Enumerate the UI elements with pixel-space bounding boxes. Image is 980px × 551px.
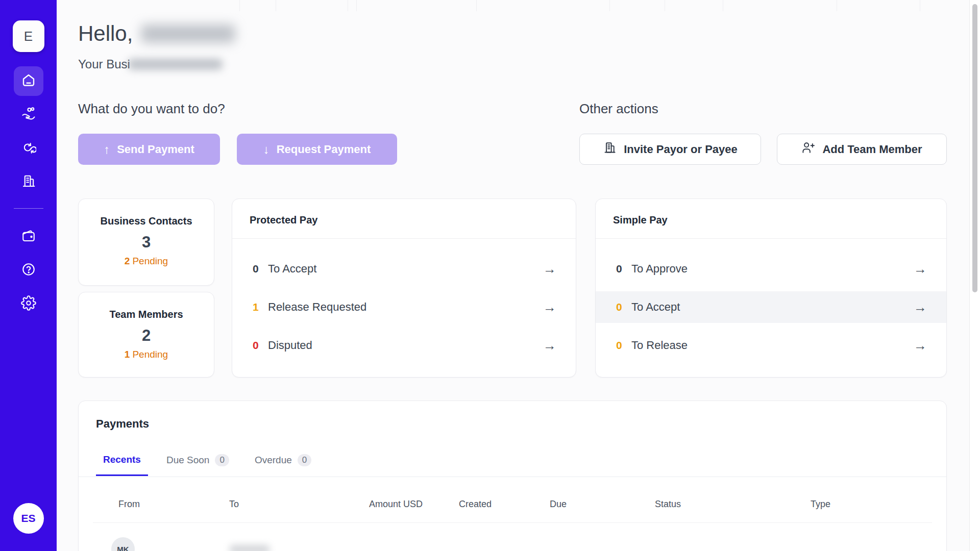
user-avatar[interactable]: ES [13,503,44,534]
sidebar-item-home[interactable] [14,66,43,96]
business-subtitle-text: Your Busi [78,57,130,71]
row-label: To Accept [631,300,680,314]
payments-tabbar: Recents Due Soon 0 Overdue 0 [79,452,946,477]
wallet-icon [21,228,36,245]
arrow-right-icon: → [543,261,556,277]
sidebar-item-settings[interactable] [14,289,43,319]
row-label: Disputed [268,339,312,352]
business-subtitle: Your Busi [78,57,223,71]
column-header-due: Due [550,499,567,510]
settings-gear-icon [21,295,36,313]
simple-pay-title: Simple Pay [596,199,946,226]
greeting-text: Hello, [78,21,133,46]
team-members-title: Team Members [109,309,183,320]
add-team-member-button[interactable]: Add Team Member [777,134,947,165]
top-tick [239,0,240,11]
business-contacts-pending: 2Pending [125,256,168,267]
scrollbar-track[interactable] [969,0,980,551]
payment-row-avatar[interactable]: MK [111,537,135,551]
top-tick [723,0,723,11]
redacted-business-name [128,59,223,70]
pending-count: 2 [125,256,130,266]
add-team-member-label: Add Team Member [822,143,922,156]
arrow-right-icon: → [543,338,556,354]
sidebar-item-recurring[interactable] [14,134,43,163]
protected-pay-row-release-requested[interactable]: 1 Release Requested → [232,291,576,323]
tab-overdue[interactable]: Overdue 0 [248,452,318,477]
building-icon [21,173,36,191]
sidebar-divider [14,208,43,209]
sidebar-item-wallet[interactable] [14,222,43,252]
invite-payor-payee-label: Invite Payor or Payee [624,143,738,156]
send-payment-label: Send Payment [117,143,194,156]
simple-pay-rows: 0 To Approve → 0 To Accept → 0 To Releas… [596,253,946,361]
row-count: 1 [253,301,268,313]
arrow-right-icon: → [914,299,927,315]
request-payment-label: Request Payment [277,143,371,156]
column-header-status: Status [655,499,681,510]
protected-pay-rows: 0 To Accept → 1 Release Requested → 0 Di… [232,253,576,361]
other-actions-heading: Other actions [579,101,658,117]
protected-pay-title: Protected Pay [232,199,576,226]
sidebar-item-company[interactable] [14,167,43,197]
payments-title: Payments [96,417,149,431]
help-icon [21,262,36,279]
scrollbar-thumb[interactable] [972,4,977,292]
protected-pay-card: Protected Pay 0 To Accept → 1 Release Re… [232,198,576,378]
hand-coins-icon [21,106,36,123]
simple-pay-row-to-release[interactable]: 0 To Release → [596,330,946,361]
card-divider [232,238,576,239]
app-logo[interactable]: E [13,20,44,52]
tab-label: Overdue [255,455,292,466]
request-payment-button[interactable]: ↓ Request Payment [237,134,397,165]
dashboard-page: E [0,0,980,551]
sidebar-nav-secondary [14,220,43,321]
top-tick [665,0,665,11]
business-contacts-title: Business Contacts [100,215,192,227]
business-contacts-value: 3 [142,233,151,252]
simple-pay-row-to-accept[interactable]: 0 To Accept → [596,291,946,323]
redacted-user-name [141,24,235,43]
pending-count: 1 [125,349,130,360]
send-payment-button[interactable]: ↑ Send Payment [78,134,220,165]
simple-pay-row-to-approve[interactable]: 0 To Approve → [596,253,946,285]
sidebar: E [0,0,57,551]
payments-card: Payments Recents Due Soon 0 Overdue 0 Fr… [78,400,947,551]
top-tick [356,0,357,11]
arrow-right-icon: → [543,299,556,315]
sidebar-item-help[interactable] [14,256,43,285]
column-header-created: Created [459,499,492,510]
greeting-heading: Hello, [78,21,235,46]
invite-payor-payee-button[interactable]: Invite Payor or Payee [579,134,761,165]
building-icon [603,141,617,158]
row-count: 0 [253,263,268,275]
row-count: 0 [616,301,631,313]
arrow-down-icon: ↓ [263,142,270,157]
card-divider [596,238,946,239]
team-members-card[interactable]: Team Members 2 1Pending [78,292,214,378]
recurring-payments-icon [21,140,36,157]
top-tick [837,0,837,11]
top-tick [476,0,477,11]
column-header-amount: Amount USD [369,499,423,510]
pending-label: Pending [132,349,168,360]
table-header-divider [93,522,932,523]
tab-badge: 0 [298,454,311,466]
business-contacts-card[interactable]: Business Contacts 3 2Pending [78,198,214,286]
pending-label: Pending [132,256,168,266]
protected-pay-row-to-accept[interactable]: 0 To Accept → [232,253,576,285]
row-count: 0 [616,263,631,275]
top-tick [276,0,276,11]
column-header-from: From [118,499,140,510]
protected-pay-row-disputed[interactable]: 0 Disputed → [232,330,576,361]
home-icon [21,72,36,90]
arrow-right-icon: → [914,261,927,277]
payments-table-header: From To Amount USD Created Due Status Ty… [79,499,946,512]
top-tick [920,0,920,11]
sidebar-item-send-money[interactable] [14,100,43,130]
quick-actions-heading: What do you want to do? [78,101,225,117]
tab-recents[interactable]: Recents [96,452,148,476]
top-tick [609,0,610,11]
tab-badge: 0 [215,454,229,466]
tab-due-soon[interactable]: Due Soon 0 [159,452,236,477]
